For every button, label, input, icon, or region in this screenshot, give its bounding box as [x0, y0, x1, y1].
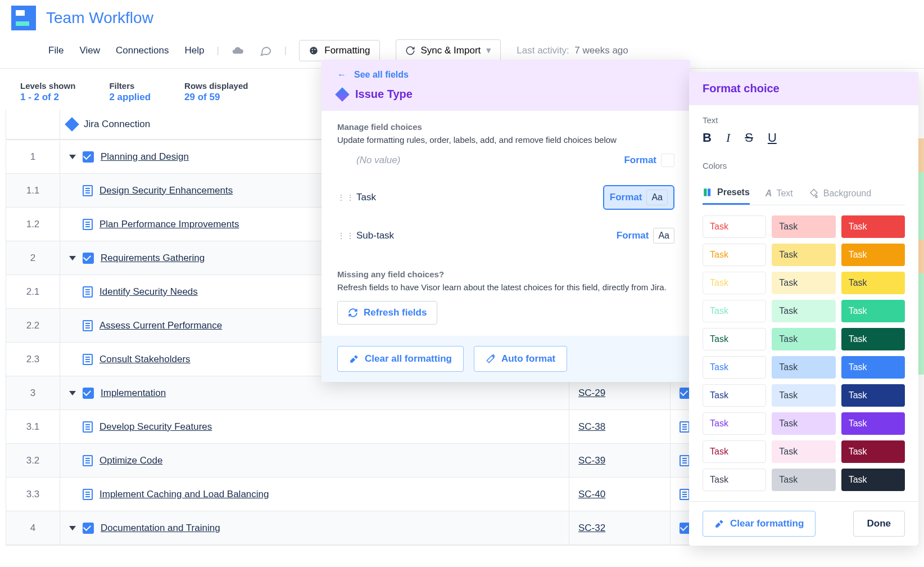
- strikethrough-button[interactable]: S: [745, 130, 753, 145]
- format-link[interactable]: Format: [624, 154, 674, 167]
- color-swatch[interactable]: Task: [841, 215, 905, 238]
- color-swatch[interactable]: Task: [772, 244, 835, 266]
- svg-rect-5: [708, 188, 710, 196]
- color-swatch[interactable]: Task: [703, 300, 766, 322]
- clear-all-formatting-button[interactable]: Clear all formatting: [337, 346, 464, 372]
- drag-handle-icon[interactable]: ⋮⋮: [337, 231, 348, 240]
- app-title: Team Workflow: [46, 9, 153, 27]
- row-number: 4: [6, 511, 60, 544]
- drag-handle-icon[interactable]: ⋮⋮: [337, 193, 348, 202]
- color-swatch[interactable]: Task: [841, 272, 905, 294]
- auto-format-button[interactable]: Auto format: [474, 346, 567, 372]
- menu-connections[interactable]: Connections: [116, 45, 169, 56]
- format-link[interactable]: FormatAa: [617, 228, 674, 244]
- row-title[interactable]: Optimize Code: [99, 455, 162, 466]
- color-swatch[interactable]: Task: [703, 384, 766, 407]
- row-title[interactable]: Documentation and Training: [101, 523, 220, 534]
- row-name-cell[interactable]: Develop Security Features: [60, 410, 569, 443]
- expand-caret-icon[interactable]: [69, 256, 76, 260]
- stat-rows[interactable]: Rows displayed 29 of 59: [184, 81, 248, 103]
- color-swatch[interactable]: Task: [841, 356, 905, 379]
- color-swatch[interactable]: Task: [703, 328, 766, 350]
- italic-button[interactable]: I: [726, 130, 730, 145]
- row-title[interactable]: Implement Caching and Load Balancing: [99, 489, 269, 500]
- color-swatch[interactable]: Task: [703, 272, 766, 294]
- color-swatch[interactable]: Task: [772, 469, 835, 491]
- color-swatch[interactable]: Task: [772, 328, 835, 350]
- missing-desc: Refresh fields to have Visor learn about…: [337, 282, 674, 292]
- text-section-label: Text: [703, 115, 905, 125]
- row-title[interactable]: Consult Stakeholders: [99, 354, 191, 365]
- row-name-cell[interactable]: Documentation and Training: [60, 511, 569, 544]
- row-name-cell[interactable]: Implement Caching and Load Balancing: [60, 478, 569, 511]
- row-title[interactable]: Develop Security Features: [99, 421, 212, 433]
- color-swatch[interactable]: Task: [703, 440, 766, 463]
- row-title[interactable]: Implementation: [101, 388, 166, 399]
- formatting-panel: ← See all fields Issue Type Manage field…: [321, 60, 690, 382]
- arrow-left-icon: ←: [337, 70, 346, 80]
- color-swatch[interactable]: Task: [772, 356, 835, 379]
- row-title[interactable]: Planning and Design: [101, 151, 189, 163]
- color-swatch[interactable]: Task: [772, 272, 835, 294]
- expand-caret-icon[interactable]: [69, 155, 76, 159]
- row-key[interactable]: SC-32: [569, 511, 671, 544]
- color-swatch[interactable]: Task: [703, 469, 766, 491]
- subtask-icon: [83, 354, 93, 365]
- color-swatch[interactable]: Task: [703, 215, 766, 238]
- refresh-fields-button[interactable]: Refresh fields: [337, 301, 437, 325]
- color-swatch[interactable]: Task: [841, 412, 905, 435]
- expand-caret-icon[interactable]: [69, 526, 76, 530]
- color-swatch[interactable]: Task: [772, 412, 835, 435]
- see-all-fields-link[interactable]: ← See all fields: [337, 70, 674, 80]
- bold-button[interactable]: B: [703, 130, 712, 145]
- formatting-button[interactable]: Formatting: [299, 40, 379, 61]
- menu-view[interactable]: View: [79, 45, 100, 56]
- format-link[interactable]: FormatAa: [603, 185, 674, 210]
- tab-background[interactable]: Background: [809, 187, 871, 205]
- stat-filters[interactable]: Filters 2 applied: [109, 81, 151, 103]
- color-swatch[interactable]: Task: [703, 412, 766, 435]
- color-swatch[interactable]: Task: [841, 384, 905, 407]
- color-swatch[interactable]: Task: [772, 300, 835, 322]
- stat-levels[interactable]: Levels shown 1 - 2 of 2: [20, 81, 75, 103]
- row-title[interactable]: Plan Performance Improvements: [99, 219, 239, 230]
- row-name-cell[interactable]: Optimize Code: [60, 444, 569, 477]
- row-number: 3.1: [6, 410, 60, 443]
- chat-icon[interactable]: [260, 44, 272, 57]
- sync-button[interactable]: Sync & Import ▾: [396, 39, 501, 61]
- clear-formatting-button[interactable]: Clear formatting: [703, 511, 816, 537]
- subtask-icon: [680, 455, 690, 466]
- row-title[interactable]: Identify Security Needs: [99, 286, 198, 298]
- subtask-icon: [83, 421, 93, 433]
- row-number: 2: [6, 241, 60, 274]
- expand-caret-icon[interactable]: [69, 391, 76, 395]
- underline-button[interactable]: U: [768, 130, 777, 145]
- row-key[interactable]: SC-40: [569, 478, 671, 511]
- done-button[interactable]: Done: [853, 511, 905, 537]
- field-choice-row[interactable]: (No value)Format: [337, 145, 674, 176]
- row-title[interactable]: Design Security Enhancements: [99, 185, 233, 196]
- menu-file[interactable]: File: [48, 45, 64, 56]
- color-swatch[interactable]: Task: [841, 328, 905, 350]
- row-key[interactable]: SC-39: [569, 444, 671, 477]
- color-swatch[interactable]: Task: [703, 244, 766, 266]
- field-choice-row[interactable]: ⋮⋮TaskFormatAa: [337, 176, 674, 219]
- cloud-icon[interactable]: [232, 44, 244, 57]
- color-swatch[interactable]: Task: [841, 469, 905, 491]
- row-key[interactable]: SC-38: [569, 410, 671, 443]
- missing-title: Missing any field choices?: [337, 269, 674, 279]
- color-swatch[interactable]: Task: [772, 215, 835, 238]
- tab-text[interactable]: A Text: [766, 187, 793, 205]
- row-title[interactable]: Requirements Gathering: [101, 253, 205, 264]
- color-swatch[interactable]: Task: [703, 356, 766, 379]
- color-swatch[interactable]: Task: [772, 384, 835, 407]
- color-swatch[interactable]: Task: [841, 440, 905, 463]
- row-title[interactable]: Assess Current Performance: [99, 320, 222, 331]
- palette-icon: [309, 46, 319, 56]
- color-swatch[interactable]: Task: [841, 244, 905, 266]
- tab-presets[interactable]: Presets: [703, 187, 750, 205]
- color-swatch[interactable]: Task: [772, 440, 835, 463]
- field-choice-row[interactable]: ⋮⋮Sub-taskFormatAa: [337, 219, 674, 253]
- menu-help[interactable]: Help: [184, 45, 204, 56]
- color-swatch[interactable]: Task: [841, 300, 905, 322]
